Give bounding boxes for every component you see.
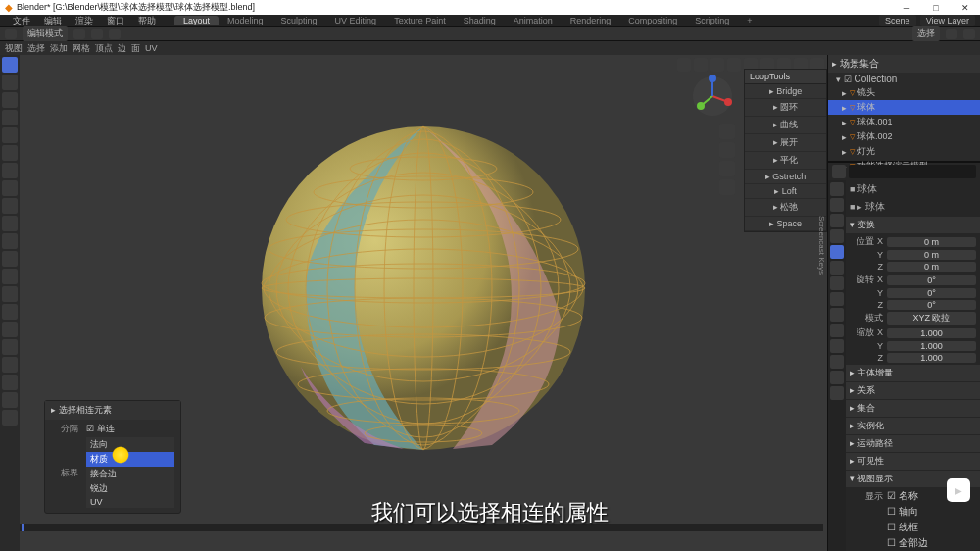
props-tab-icon-4[interactable] xyxy=(830,245,844,259)
annotate-tool-icon[interactable] xyxy=(2,163,18,178)
scale-z-field[interactable]: 1.000 xyxy=(887,353,976,363)
loopcut-tool-icon[interactable] xyxy=(2,269,18,284)
section-header[interactable]: ▸ 运动路径 xyxy=(846,435,980,452)
breadcrumb[interactable]: ■ 球体 xyxy=(846,180,980,198)
tab-Rendering[interactable]: Rendering xyxy=(562,16,620,25)
tab-Shading[interactable]: Shading xyxy=(455,16,505,25)
outliner-collection[interactable]: ▾ ☑ Collection xyxy=(828,73,980,85)
props-icon[interactable] xyxy=(832,165,846,178)
looptools-展开[interactable]: ▸ 展开 xyxy=(745,134,826,152)
looptools-Loft[interactable]: ▸ Loft xyxy=(745,184,826,199)
menu-渲染[interactable]: 渲染 xyxy=(69,15,100,27)
transform-tool-icon[interactable] xyxy=(2,145,18,161)
looptools-Gstretch[interactable]: ▸ Gstretch xyxy=(745,170,826,184)
nav-gizmo[interactable] xyxy=(691,75,735,119)
side-tab-screencast[interactable]: Screencast Keys xyxy=(816,212,827,278)
pan-icon[interactable] xyxy=(719,142,735,158)
viewmenu-UV[interactable]: UV xyxy=(145,43,158,53)
snap-icon[interactable] xyxy=(946,29,957,39)
disp-name-check[interactable]: ☑ 名称 xyxy=(887,489,918,503)
tab-Modeling[interactable]: Modeling xyxy=(219,16,272,25)
looptools-header[interactable]: LoopTools xyxy=(745,70,826,84)
maximize-button[interactable]: □ xyxy=(921,0,951,15)
menu-文件[interactable]: 文件 xyxy=(6,15,37,27)
edge-select-icon[interactable] xyxy=(91,29,103,39)
delimit-option-锐边[interactable]: 锐边 xyxy=(86,481,174,496)
shear-tool-icon[interactable] xyxy=(2,392,18,408)
bevel-tool-icon[interactable] xyxy=(2,251,18,267)
props-tab-icon-8[interactable] xyxy=(830,308,844,322)
outliner-item[interactable]: ▸ ▽ 球体 xyxy=(828,100,980,115)
looptools-曲线[interactable]: ▸ 曲线 xyxy=(745,117,826,134)
props-tab-icon-3[interactable] xyxy=(830,229,844,243)
rot-y-field[interactable]: 0° xyxy=(887,288,976,298)
looptools-平化[interactable]: ▸ 平化 xyxy=(745,152,826,170)
select-tool-icon[interactable] xyxy=(2,57,18,73)
move-tool-icon[interactable] xyxy=(2,92,18,108)
search-input[interactable] xyxy=(849,165,976,178)
looptools-Bridge[interactable]: ▸ Bridge xyxy=(745,84,826,99)
proportional-icon[interactable] xyxy=(963,29,975,39)
minimize-button[interactable]: ─ xyxy=(892,0,921,15)
sphere-mesh[interactable] xyxy=(257,122,590,455)
section-header[interactable]: ▸ 实例化 xyxy=(846,418,980,434)
select-panel-header[interactable]: ▸ 选择相连元素 xyxy=(45,401,180,420)
shrink-tool-icon[interactable] xyxy=(2,375,18,390)
rotate-tool-icon[interactable] xyxy=(2,110,18,125)
camera-view-icon[interactable] xyxy=(719,161,735,176)
snap-vh-icon[interactable] xyxy=(710,58,724,72)
viewmenu-边[interactable]: 边 xyxy=(118,42,126,55)
tab-Sculpting[interactable]: Sculpting xyxy=(272,16,326,25)
sp-checkbox-seam[interactable]: ☑ 单连 xyxy=(86,423,115,435)
breadcrumb-sub[interactable]: ■ ▸ 球体 xyxy=(846,198,980,216)
props-tab-icon-5[interactable] xyxy=(830,261,844,275)
perspective-icon[interactable] xyxy=(719,179,735,195)
props-tab-icon-13[interactable] xyxy=(830,386,844,400)
pos-z-field[interactable]: 0 m xyxy=(887,262,976,272)
viewmenu-顶点[interactable]: 顶点 xyxy=(95,42,113,55)
close-button[interactable]: ✕ xyxy=(951,0,980,15)
select-global[interactable]: 选择 xyxy=(912,26,940,41)
menu-窗口[interactable]: 窗口 xyxy=(100,15,131,27)
scene-selector[interactable]: Scene xyxy=(879,15,916,26)
spin-tool-icon[interactable] xyxy=(2,322,18,337)
inset-tool-icon[interactable] xyxy=(2,233,18,249)
rot-z-field[interactable]: 0° xyxy=(887,300,976,310)
rot-x-field[interactable]: 0° xyxy=(887,276,976,285)
props-tab-icon-0[interactable] xyxy=(830,182,844,196)
viewmenu-网格[interactable]: 网格 xyxy=(73,42,90,55)
tab-Texture Paint[interactable]: Texture Paint xyxy=(385,16,455,25)
knife-tool-icon[interactable] xyxy=(2,286,18,302)
pos-y-field[interactable]: 0 m xyxy=(887,250,976,260)
measure-tool-icon[interactable] xyxy=(2,180,18,196)
section-header[interactable]: ▸ 关系 xyxy=(846,382,980,399)
section-header[interactable]: ▸ 集合 xyxy=(846,400,980,417)
disp-check-1[interactable]: ☐ 线框 xyxy=(887,521,918,534)
section-header[interactable]: ▸ 可见性 xyxy=(846,453,980,470)
props-tab-icon-2[interactable] xyxy=(830,214,844,227)
delimit-option-材质[interactable]: 材质 xyxy=(86,452,174,467)
disp-check-0[interactable]: ☐ 轴向 xyxy=(887,505,918,519)
viewmenu-视图[interactable]: 视图 xyxy=(5,42,23,55)
extrude-tool-icon[interactable] xyxy=(2,216,18,231)
cursor-tool-icon[interactable] xyxy=(2,75,18,90)
outliner-header[interactable]: ▸ 场景集合 xyxy=(828,55,980,73)
face-select-icon[interactable] xyxy=(109,29,121,39)
viewmenu-添加[interactable]: 添加 xyxy=(50,42,68,55)
rotation-mode-field[interactable]: XYZ 欧拉 xyxy=(887,312,976,325)
viewmenu-选择[interactable]: 选择 xyxy=(27,42,45,55)
props-tab-icon-11[interactable] xyxy=(830,355,844,369)
delimit-option-UV[interactable]: UV xyxy=(86,496,174,508)
tab-Animation[interactable]: Animation xyxy=(505,16,562,25)
props-tab-icon-6[interactable] xyxy=(830,276,844,290)
vertex-select-icon[interactable] xyxy=(74,29,85,39)
props-tab-icon-10[interactable] xyxy=(830,339,844,353)
outliner-item[interactable]: ▸ ▽ 镜头 xyxy=(828,85,980,100)
delta-header[interactable]: ▸ 主体增量 xyxy=(846,365,980,381)
tab-Compositing[interactable]: Compositing xyxy=(619,16,686,25)
viewport[interactable]: LoopTools ▸ Bridge▸ 圆环▸ 曲线▸ 展开▸ 平化▸ Gstr… xyxy=(20,55,827,551)
outliner-item[interactable]: ▸ ▽ 球体.002 xyxy=(828,129,980,144)
tab-Layout[interactable]: Layout xyxy=(174,16,219,25)
menu-编辑[interactable]: 编辑 xyxy=(37,15,69,27)
looptools-松弛[interactable]: ▸ 松弛 xyxy=(745,199,826,217)
